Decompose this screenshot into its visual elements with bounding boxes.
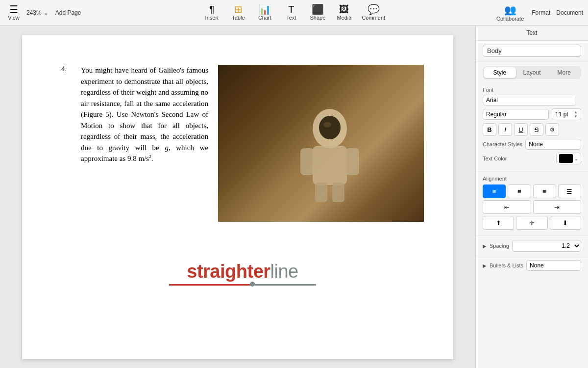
table-icon: ⊞	[234, 4, 243, 14]
bold-button[interactable]: B	[483, 123, 496, 136]
char-styles-row: Character Styles None	[483, 139, 581, 150]
bullets-section: ▶ Bullets & Lists None	[476, 256, 588, 275]
spacing-label[interactable]: Spacing	[490, 243, 509, 249]
align-justify-button[interactable]: ☰	[558, 184, 581, 198]
svg-rect-4	[315, 183, 327, 202]
text-icon: T	[288, 4, 294, 14]
svg-rect-1	[313, 146, 347, 185]
main-area: 4. You might have heard of Galileo's fam…	[0, 26, 588, 368]
tab-style[interactable]: Style	[484, 67, 516, 78]
comment-label: Comment	[362, 15, 385, 21]
right-panel: Text Body Style Layout More Font Arial	[475, 26, 588, 368]
spacing-row: ▶ Spacing 1.2	[483, 240, 581, 252]
align-left-button[interactable]: ≡	[483, 184, 506, 198]
add-page-button[interactable]: Add Page	[52, 8, 84, 17]
view-icon: ☰	[9, 4, 18, 14]
italic-g: g	[165, 144, 169, 152]
spacing-section: ▶ Spacing 1.2	[476, 236, 588, 256]
svg-rect-2	[300, 148, 314, 175]
table-button[interactable]: ⊞ Table	[229, 4, 247, 21]
panel-section-title: Text	[476, 26, 588, 41]
bullets-chevron-icon: ▶	[483, 263, 487, 268]
font-name-dropdown[interactable]: Arial	[483, 95, 576, 105]
astronaut-image	[218, 65, 424, 222]
stepper-down-icon[interactable]: ▼	[574, 114, 578, 119]
valign-middle-button[interactable]: ✛	[516, 216, 547, 230]
format-buttons-row: B I U S ⚙	[483, 123, 581, 136]
font-style-size-row: Regular 11 pt ▲ ▼	[483, 108, 581, 120]
table-label: Table	[232, 15, 245, 21]
logo-underline	[169, 284, 316, 286]
zoom-value[interactable]: 243%	[26, 9, 42, 16]
valign-bottom-button[interactable]: ⬇	[550, 216, 581, 230]
svg-rect-3	[345, 148, 359, 175]
numbered-item-4: 4. You might have heard of Galileo's fam…	[61, 65, 424, 222]
logo-area: straighterline	[61, 261, 424, 286]
align-row-2: ⇤ ⇥	[483, 200, 581, 214]
shape-label: Shape	[310, 15, 325, 21]
stepper-up-icon[interactable]: ▲	[574, 110, 578, 114]
valign-top-button[interactable]: ⬆	[483, 216, 514, 230]
font-section: Font Arial Regular 11 pt ▲ ▼	[476, 83, 588, 172]
align-center-button[interactable]: ≡	[508, 184, 531, 198]
spacing-dropdown[interactable]: 1.2	[512, 240, 581, 252]
chart-button[interactable]: 📊 Chart	[256, 4, 273, 21]
zoom-control[interactable]: 243% ⌄	[26, 9, 49, 16]
item-text[interactable]: You might have heard of Galileo's famous…	[81, 65, 208, 164]
view-button[interactable]: ☰ View	[5, 4, 23, 21]
shape-button[interactable]: ⬛ Shape	[309, 4, 326, 21]
view-label: View	[8, 15, 20, 21]
spacing-chevron-icon: ▶	[483, 243, 487, 249]
media-icon: 🖼	[339, 4, 349, 14]
font-size-value: 11 pt	[555, 111, 568, 118]
font-size-stepper[interactable]: 11 pt ▲ ▼	[552, 108, 581, 120]
logo-text: straighterline	[187, 261, 298, 282]
bullets-row: ▶ Bullets & Lists None	[483, 260, 581, 271]
panel-tabs: Style Layout More	[483, 66, 581, 79]
text-color-row: Text Color ⌄	[483, 153, 581, 164]
body-style-row: Body	[476, 41, 588, 61]
media-button[interactable]: 🖼 Media	[335, 4, 353, 21]
text-color-label: Text Color	[483, 156, 553, 161]
body-style-dropdown[interactable]: Body	[483, 45, 581, 57]
text-color-swatch[interactable]: ⌄	[556, 153, 581, 164]
chart-label: Chart	[258, 15, 271, 21]
stepper-arrows[interactable]: ▲ ▼	[574, 110, 578, 119]
item-number: 4.	[61, 65, 81, 222]
more-format-button[interactable]: ⚙	[545, 123, 559, 136]
document-canvas[interactable]: 4. You might have heard of Galileo's fam…	[0, 26, 475, 368]
alignment-label: Alignment	[483, 176, 581, 182]
char-styles-dropdown[interactable]: None	[525, 139, 581, 150]
shape-icon: ⬛	[312, 4, 324, 14]
align-right-button[interactable]: ≡	[533, 184, 556, 198]
italic-button[interactable]: I	[498, 123, 512, 136]
align-row-1: ≡ ≡ ≡ ☰	[483, 184, 581, 198]
bullets-dropdown[interactable]: None	[526, 260, 581, 271]
indent-right-button[interactable]: ⇥	[533, 200, 582, 214]
font-style-dropdown[interactable]: Regular	[483, 109, 549, 120]
indent-left-button[interactable]: ⇤	[483, 200, 531, 214]
collaborate-label: Collaborate	[496, 16, 524, 22]
zoom-chevron-icon: ⌄	[44, 9, 49, 16]
tab-more[interactable]: More	[548, 67, 580, 78]
media-label: Media	[337, 15, 351, 21]
align-row-3: ⬆ ✛ ⬇	[483, 216, 581, 230]
bullets-label[interactable]: Bullets & Lists	[490, 263, 523, 268]
astronaut-svg	[286, 99, 374, 207]
tab-layout[interactable]: Layout	[516, 67, 548, 78]
collaborate-button[interactable]: 👥 Collaborate	[496, 4, 524, 22]
format-tab[interactable]: Format	[532, 9, 550, 16]
font-label: Font	[483, 87, 581, 93]
logo-line: line	[270, 261, 298, 282]
underline-button[interactable]: U	[514, 123, 528, 136]
strikethrough-button[interactable]: S	[530, 123, 543, 136]
svg-point-7	[323, 122, 331, 128]
document-tab[interactable]: Document	[556, 9, 583, 16]
insert-button[interactable]: ¶ Insert	[203, 4, 220, 21]
comment-button[interactable]: 💬 Comment	[362, 4, 385, 21]
color-swatch	[559, 154, 573, 163]
document-page: 4. You might have heard of Galileo's fam…	[22, 35, 453, 359]
char-styles-label: Character Styles	[483, 141, 522, 147]
text-button[interactable]: T Text	[282, 4, 300, 21]
logo-straighter: straighter	[187, 261, 270, 282]
